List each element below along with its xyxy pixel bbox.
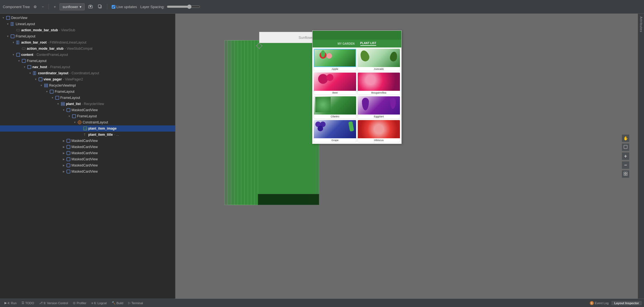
node-subtitle: - ViewPager2 bbox=[63, 77, 83, 81]
select-tool-button[interactable] bbox=[622, 143, 629, 151]
node-subtitle: - ViewStub bbox=[59, 28, 75, 32]
tree-node-masked-card-6[interactable]: ▶ MaskedCardView bbox=[0, 162, 175, 168]
plant-card-beet[interactable]: Beet bbox=[314, 72, 356, 95]
add-button[interactable]: + bbox=[52, 4, 57, 10]
expand-icon[interactable]: ▼ bbox=[17, 59, 21, 63]
tree-node-constraint-layout[interactable]: ▼ ConstraintLayout bbox=[0, 119, 175, 125]
tree-node-action-mode-stub[interactable]: ▶ action_mode_bar_stub - ViewStub bbox=[0, 27, 175, 33]
plant-card-avocado[interactable]: Avocado bbox=[357, 49, 400, 71]
expand-icon[interactable]: ▼ bbox=[11, 53, 16, 57]
plant-name-grape: Grape bbox=[314, 138, 356, 142]
tree-node-masked-card-1[interactable]: ▼ MaskedCardView bbox=[0, 107, 175, 113]
canvas-area[interactable]: Sunflower MY GARDEN PLANT LIST bbox=[175, 14, 638, 299]
todo-button[interactable]: ☰ TODO bbox=[19, 301, 36, 305]
run-button[interactable]: ▶ 4: Run bbox=[2, 301, 19, 305]
profiler-button[interactable]: ◎ Profiler bbox=[71, 301, 89, 305]
plant-card-bougainvillea[interactable]: Bougainvillea bbox=[357, 72, 400, 95]
tree-node-framelayout-2[interactable]: ▼ FrameLayout bbox=[0, 58, 175, 64]
select-icon bbox=[624, 145, 628, 150]
plant-card-hibiscus[interactable]: Hibiscus bbox=[357, 120, 400, 142]
build-button[interactable]: 🔨 Build bbox=[109, 301, 125, 305]
tree-node-masked-card-2[interactable]: ▶ MaskedCardView bbox=[0, 138, 175, 144]
tree-node-masked-card-3[interactable]: ▶ MaskedCardView bbox=[0, 144, 175, 150]
logcat-button[interactable]: ≡ 6: Logcat bbox=[89, 301, 109, 305]
tree-node-masked-card-7[interactable]: ▶ MaskedCardView bbox=[0, 168, 175, 175]
plant-name-avocado: Avocado bbox=[358, 67, 400, 71]
settings-button[interactable]: ⚙ bbox=[32, 4, 38, 10]
bottom-toolbar: ▶ 4: Run ☰ TODO ⎇ 9: Version Control ◎ P… bbox=[0, 299, 644, 307]
attributes-sidebar[interactable]: Attributes bbox=[638, 14, 644, 299]
tree-node-nav-host[interactable]: ▼ nav_host - FrameLayout bbox=[0, 64, 175, 70]
copy-layout-button[interactable] bbox=[96, 3, 104, 10]
expand-icon[interactable]: ▼ bbox=[67, 114, 71, 118]
node-label: FrameLayout bbox=[77, 114, 97, 118]
live-updates-checkbox[interactable] bbox=[112, 5, 115, 9]
expand-icon[interactable]: ▼ bbox=[56, 102, 60, 106]
expand-icon[interactable]: ▶ bbox=[61, 163, 66, 168]
tree-node-framelayout-3[interactable]: ▼ FrameLayout bbox=[0, 89, 175, 95]
fit-to-screen-button[interactable] bbox=[622, 170, 629, 178]
live-updates-checkbox-label[interactable]: Live updates bbox=[112, 5, 137, 9]
expand-icon[interactable]: ▼ bbox=[11, 40, 16, 45]
tree-node-masked-card-4[interactable]: ▶ MaskedCardView bbox=[0, 150, 175, 156]
top-toolbar: Component Tree ⚙ − + sunflower ▾ Live up… bbox=[0, 0, 644, 14]
expand-icon[interactable]: ▼ bbox=[28, 71, 32, 75]
version-control-button[interactable]: ⎇ 9: Version Control bbox=[37, 301, 70, 305]
tree-node-framelayout-1[interactable]: ▼ FrameLayout bbox=[0, 33, 175, 39]
zoom-in-button[interactable]: + bbox=[622, 152, 629, 160]
expand-icon[interactable]: ▶ bbox=[61, 151, 66, 155]
expand-icon[interactable]: ▶ bbox=[61, 157, 66, 161]
tree-node-action-mode-compat[interactable]: ▶ action_mode_bar_stub - ViewStubCompat bbox=[0, 46, 175, 52]
tree-node-plant-item-image[interactable]: ▶ plant_item_image bbox=[0, 125, 175, 132]
node-label: FrameLayout bbox=[60, 96, 80, 100]
tree-node-plant-item-title[interactable]: ▶ T plant_item_title - ... bbox=[0, 132, 175, 138]
plant-card-cilantro[interactable]: Cilantro bbox=[314, 96, 356, 119]
layout-inspector-button[interactable]: Layout Inspector bbox=[611, 301, 642, 305]
tree-node-recyclerview-impl[interactable]: ▼ RecyclerViewImpl bbox=[0, 82, 175, 89]
tree-node-decorview[interactable]: ▼ DecorView bbox=[0, 15, 175, 21]
expand-icon[interactable]: ▼ bbox=[50, 96, 55, 100]
event-log-button[interactable]: 1 Event Log bbox=[588, 301, 611, 306]
svg-rect-26 bbox=[72, 115, 76, 118]
node-label: plant_list bbox=[66, 102, 81, 106]
expand-icon[interactable]: ▶ bbox=[61, 145, 66, 149]
expand-icon[interactable]: ▶ bbox=[61, 169, 66, 174]
tree-node-masked-card-5[interactable]: ▶ MaskedCardView bbox=[0, 156, 175, 162]
svg-rect-31 bbox=[67, 139, 70, 142]
expand-icon[interactable]: ▼ bbox=[22, 65, 27, 69]
plant-card-apple[interactable]: AppCompatImageView Apple bbox=[314, 49, 356, 71]
plant-card-grape[interactable]: Grape bbox=[314, 120, 356, 142]
expand-icon[interactable]: ▼ bbox=[73, 120, 77, 125]
tree-node-framelayout-5[interactable]: ▼ FrameLayout bbox=[0, 113, 175, 119]
expand-icon[interactable]: ▼ bbox=[6, 34, 10, 39]
expand-icon[interactable]: ▼ bbox=[61, 108, 66, 112]
layer-spacing-slider[interactable] bbox=[167, 4, 200, 9]
tree-node-coordinator[interactable]: ▼ coordinator_layout - CoordinatorLayout bbox=[0, 70, 175, 76]
terminal-button[interactable]: ▷ Terminal bbox=[126, 301, 145, 305]
terminal-icon: ▷ bbox=[128, 301, 130, 305]
my-garden-tab[interactable]: MY GARDEN bbox=[338, 42, 355, 45]
expand-icon[interactable]: ▼ bbox=[1, 16, 6, 20]
tree-node-framelayout-4[interactable]: ▼ FrameLayout bbox=[0, 95, 175, 101]
frame-layout-icon bbox=[6, 15, 11, 20]
minimize-button[interactable]: − bbox=[40, 4, 46, 10]
tree-node-linearlayout[interactable]: ▼ LinearLayout bbox=[0, 21, 175, 27]
tree-node-plant-list[interactable]: ▼ plant_list - RecyclerView bbox=[0, 101, 175, 107]
expand-icon[interactable]: ▶ bbox=[61, 139, 66, 143]
layer-11 bbox=[258, 40, 319, 205]
zoom-out-button[interactable]: − bbox=[622, 161, 629, 169]
expand-icon[interactable]: ▼ bbox=[45, 89, 49, 94]
tree-node-content[interactable]: ▼ content - ContentFrameLayout bbox=[0, 52, 175, 58]
hand-tool-button[interactable]: ✋ bbox=[622, 134, 629, 142]
expand-icon[interactable]: ▼ bbox=[6, 22, 10, 26]
tree-node-viewpager[interactable]: ▼ view_pager - ViewPager2 bbox=[0, 76, 175, 82]
tree-container[interactable]: ▼ DecorView ▼ LinearLayout ▶ bbox=[0, 14, 175, 299]
plant-list-tab[interactable]: PLANT LIST bbox=[360, 42, 376, 46]
svg-rect-5 bbox=[12, 22, 13, 26]
expand-icon[interactable]: ▼ bbox=[34, 77, 38, 82]
sunflower-dropdown[interactable]: sunflower ▾ bbox=[59, 3, 85, 10]
tree-node-action-bar-root[interactable]: ▼ action_bar_root - FitWindowsLinearLayo… bbox=[0, 39, 175, 46]
camera-button[interactable] bbox=[87, 3, 94, 10]
plant-card-eggplant[interactable]: Eggplant bbox=[357, 96, 400, 119]
expand-icon[interactable]: ▼ bbox=[39, 83, 44, 88]
